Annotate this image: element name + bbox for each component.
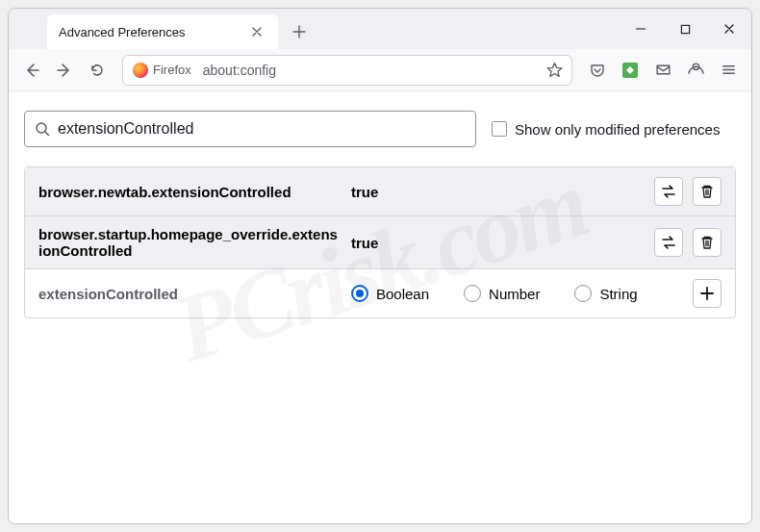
inbox-icon: [655, 62, 671, 78]
delete-button[interactable]: [693, 228, 722, 257]
search-box[interactable]: [24, 111, 476, 147]
tab-title: Advanced Preferences: [59, 25, 247, 39]
new-pref-row: extensionControlled Boolean Number Strin…: [25, 268, 735, 317]
delete-button[interactable]: [693, 177, 722, 206]
pref-actions: [654, 228, 722, 257]
account-icon: [688, 62, 704, 78]
toggle-button[interactable]: [654, 177, 683, 206]
url-text: about:config: [197, 63, 541, 78]
maximize-button[interactable]: [663, 9, 707, 49]
radio-icon: [351, 285, 368, 302]
trash-icon: [699, 184, 715, 199]
radio-label: Number: [489, 286, 540, 302]
toolbar-right: [582, 55, 744, 86]
maximize-icon: [680, 24, 691, 35]
pref-value: true: [351, 184, 654, 200]
account-button[interactable]: [680, 55, 711, 86]
forward-button[interactable]: [49, 55, 80, 86]
close-icon: [251, 26, 263, 38]
url-bar[interactable]: Firefox about:config: [122, 55, 572, 86]
radio-boolean[interactable]: Boolean: [351, 285, 429, 302]
firefox-logo-icon: [133, 63, 148, 78]
pocket-button[interactable]: [582, 55, 613, 86]
pref-name: extensionControlled: [38, 286, 351, 302]
minimize-button[interactable]: [619, 9, 663, 49]
inbox-button[interactable]: [647, 55, 678, 86]
new-tab-button[interactable]: [284, 16, 315, 47]
pref-row[interactable]: browser.newtab.extensionControlled true: [25, 167, 735, 215]
identity-box[interactable]: Firefox: [127, 63, 197, 78]
pocket-icon: [590, 63, 605, 78]
plus-icon: [700, 287, 714, 300]
star-icon: [546, 62, 563, 78]
search-row: Show only modified preferences: [24, 111, 736, 147]
trash-icon: [699, 235, 715, 250]
reload-icon: [89, 63, 105, 78]
extension-icon: [622, 63, 638, 78]
radio-icon: [574, 285, 592, 302]
close-tab-button[interactable]: [247, 22, 266, 41]
window-controls: [619, 9, 751, 49]
search-input[interactable]: [58, 120, 466, 138]
radio-string[interactable]: String: [574, 285, 637, 302]
toggle-button[interactable]: [654, 228, 683, 257]
pref-value: true: [351, 235, 654, 251]
reload-button[interactable]: [82, 55, 113, 86]
browser-window: Advanced Preferences: [8, 8, 752, 524]
radio-label: String: [599, 286, 637, 302]
pref-name: browser.newtab.extensionControlled: [38, 184, 351, 200]
radio-label: Boolean: [376, 286, 429, 302]
search-icon: [35, 121, 50, 137]
pref-actions: [654, 177, 722, 206]
pref-row[interactable]: browser.startup.homepage_override.extens…: [25, 215, 735, 268]
identity-label: Firefox: [153, 63, 191, 77]
titlebar: Advanced Preferences: [9, 9, 751, 49]
hamburger-icon: [722, 63, 736, 77]
show-modified-checkbox[interactable]: Show only modified preferences: [492, 121, 720, 138]
toggle-icon: [660, 183, 677, 200]
pref-actions: [693, 279, 722, 308]
browser-tab[interactable]: Advanced Preferences: [47, 14, 278, 49]
bookmark-star-button[interactable]: [541, 57, 568, 84]
pref-name: browser.startup.homepage_override.extens…: [38, 226, 351, 259]
arrow-left-icon: [24, 63, 39, 78]
back-button[interactable]: [16, 55, 47, 86]
checkbox-icon: [492, 121, 507, 137]
minimize-icon: [635, 23, 646, 35]
type-radio-group: Boolean Number String: [351, 285, 693, 302]
preferences-table: browser.newtab.extensionControlled true …: [24, 166, 736, 318]
menu-button[interactable]: [713, 55, 744, 86]
radio-number[interactable]: Number: [464, 285, 540, 302]
radio-icon: [464, 285, 481, 302]
close-icon: [723, 23, 735, 35]
add-button[interactable]: [693, 279, 722, 308]
page-content: Show only modified preferences browser.n…: [9, 91, 751, 523]
close-window-button[interactable]: [707, 9, 751, 49]
arrow-right-icon: [57, 63, 72, 78]
navigation-toolbar: Firefox about:config: [9, 49, 751, 91]
plus-icon: [292, 25, 306, 38]
svg-rect-0: [681, 25, 689, 33]
toggle-icon: [660, 234, 677, 251]
checkbox-label: Show only modified preferences: [515, 121, 720, 138]
extension-button[interactable]: [615, 55, 646, 86]
